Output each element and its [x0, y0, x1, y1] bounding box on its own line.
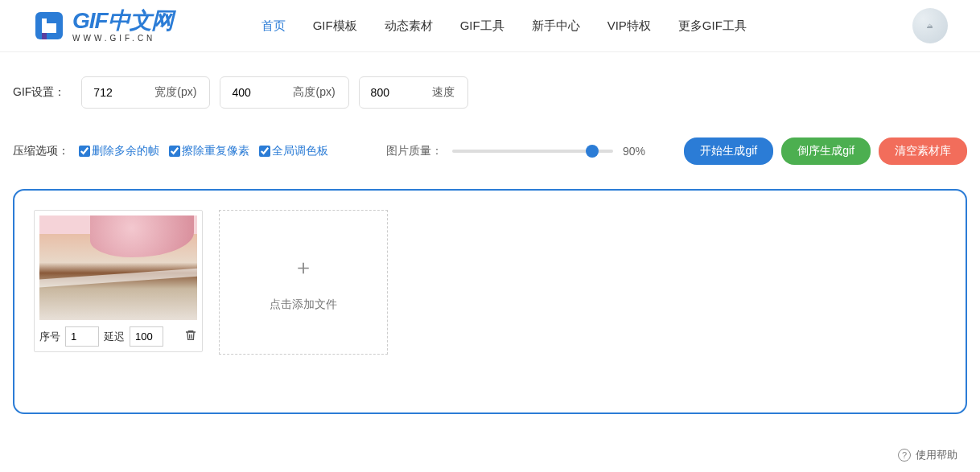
- speed-unit: 速度: [432, 77, 467, 108]
- width-unit: 宽度(px): [154, 77, 209, 108]
- nav-more[interactable]: 更多GIF工具: [678, 18, 747, 34]
- logo-title: GIF中文网: [72, 10, 173, 32]
- trash-icon[interactable]: [184, 329, 197, 344]
- nav-newbie[interactable]: 新手中心: [532, 18, 580, 34]
- height-unit: 高度(px): [293, 77, 348, 108]
- frame-seq-label: 序号: [39, 330, 60, 344]
- frames-canvas: 序号 延迟 ＋ 点击添加文件: [13, 189, 967, 414]
- svg-rect-3: [47, 18, 56, 23]
- checkbox-global-palette-label: 全局调色板: [272, 144, 328, 158]
- nav-vip[interactable]: VIP特权: [607, 18, 651, 34]
- quality-label: 图片质量：: [386, 144, 443, 158]
- clear-assets-button[interactable]: 清空素材库: [879, 137, 967, 165]
- nav-dynamic[interactable]: 动态素材: [385, 18, 433, 34]
- gif-settings-label: GIF设置：: [13, 85, 65, 100]
- checkbox-global-palette[interactable]: 全局调色板: [259, 144, 328, 158]
- speed-input[interactable]: [360, 78, 432, 107]
- quality-value: 90%: [623, 145, 655, 158]
- nav-tools[interactable]: GIF工具: [460, 18, 504, 34]
- speed-input-group: 速度: [359, 76, 468, 109]
- add-file-label: 点击添加文件: [270, 298, 337, 312]
- frame-delay-label: 延迟: [104, 330, 125, 344]
- frame-thumbnail[interactable]: [39, 215, 197, 320]
- add-file-card[interactable]: ＋ 点击添加文件: [219, 210, 388, 355]
- start-generate-button[interactable]: 开始生成gif: [684, 137, 773, 165]
- checkbox-remove-frames[interactable]: 删除多余的帧: [79, 144, 159, 158]
- user-avatar[interactable]: ⛰: [912, 8, 948, 43]
- frame-delay-input[interactable]: [130, 326, 163, 347]
- main-nav: 首页 GIF模板 动态素材 GIF工具 新手中心 VIP特权 更多GIF工具: [261, 18, 747, 34]
- logo-mark-icon: [32, 9, 66, 43]
- checkbox-remove-frames-label: 删除多余的帧: [92, 144, 159, 158]
- logo-subtitle: WWW.GIF.CN: [72, 34, 173, 43]
- frame-card: 序号 延迟: [34, 210, 203, 352]
- height-input[interactable]: [220, 78, 293, 107]
- nav-home[interactable]: 首页: [261, 18, 286, 34]
- height-input-group: 高度(px): [220, 76, 348, 109]
- plus-icon: ＋: [293, 253, 314, 281]
- nav-templates[interactable]: GIF模板: [313, 18, 357, 34]
- reverse-generate-button[interactable]: 倒序生成gif: [781, 137, 871, 165]
- checkbox-erase-dup-input[interactable]: [169, 146, 180, 157]
- checkbox-global-palette-input[interactable]: [259, 146, 270, 157]
- width-input-group: 宽度(px): [81, 76, 210, 109]
- svg-rect-2: [42, 33, 47, 39]
- width-input[interactable]: [82, 78, 154, 107]
- checkbox-remove-frames-input[interactable]: [79, 146, 90, 157]
- compress-label: 压缩选项：: [13, 144, 69, 158]
- checkbox-erase-dup[interactable]: 擦除重复像素: [169, 144, 249, 158]
- checkbox-erase-dup-label: 擦除重复像素: [182, 144, 249, 158]
- frame-seq-input[interactable]: [65, 326, 99, 347]
- site-logo[interactable]: GIF中文网 WWW.GIF.CN: [32, 9, 173, 43]
- quality-slider[interactable]: [452, 150, 613, 153]
